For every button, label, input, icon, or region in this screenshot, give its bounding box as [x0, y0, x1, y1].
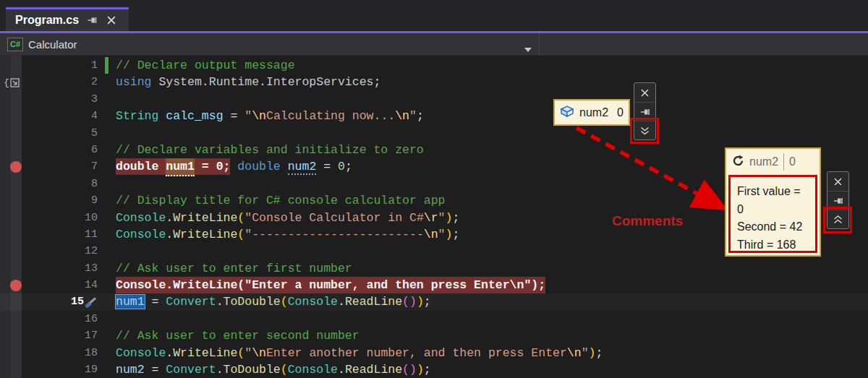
project-dropdown-label[interactable]: Calculator	[28, 38, 77, 51]
datatip-value: 0	[789, 155, 796, 168]
comments-annotation-label: Comments	[612, 213, 683, 229]
change-tracking-margin	[98, 158, 116, 175]
tab-label: Program.cs	[15, 14, 79, 27]
glyph-margin[interactable]	[0, 57, 22, 74]
line-number: 4	[22, 108, 98, 124]
code-line-14[interactable]: 14Console.WriteLine("Enter a number, and…	[0, 277, 868, 293]
code-text[interactable]: num1 = Convert.ToDouble(Console.ReadLine…	[116, 293, 431, 310]
comment-line: Second = 42	[737, 218, 809, 236]
breakpoint-icon[interactable]	[0, 277, 22, 293]
datatip-value: 0	[617, 106, 624, 119]
glyph-margin[interactable]	[0, 125, 22, 142]
code-line-2[interactable]: {2using System.Runtime.InteropServices;	[0, 74, 868, 90]
glyph-margin[interactable]	[0, 192, 22, 209]
glyph-margin[interactable]	[0, 311, 22, 327]
code-text[interactable]: Console.WriteLine("---------------------…	[116, 226, 459, 243]
change-tracking-margin	[98, 142, 116, 158]
change-tracking-margin	[98, 210, 116, 226]
change-tracking-margin	[98, 361, 116, 378]
code-line-4[interactable]: 4String calc_msg = "\nCalculating now...…	[0, 108, 868, 124]
change-tracking-margin	[98, 277, 116, 293]
tab-program-cs[interactable]: Program.cs	[6, 7, 129, 31]
code-text[interactable]: // Display title for C# console calculat…	[116, 192, 445, 209]
code-text[interactable]: double num1 = 0; double num2 = 0;	[116, 158, 352, 175]
change-tracking-margin	[98, 57, 116, 74]
close-icon[interactable]	[634, 83, 655, 102]
change-tracking-margin	[98, 260, 116, 277]
glyph-margin[interactable]	[0, 176, 22, 192]
change-tracking-margin	[98, 192, 116, 209]
annotation-box-collapse	[823, 207, 852, 233]
code-text[interactable]: Console.WriteLine("Console Calculator in…	[116, 210, 459, 226]
line-number: 19	[22, 361, 98, 378]
breakpoint-icon[interactable]	[0, 158, 22, 175]
line-number: 11	[22, 226, 98, 243]
code-text[interactable]: num2 = Convert.ToDouble(Console.ReadLine…	[116, 361, 431, 378]
code-line-16[interactable]: 16	[0, 311, 868, 327]
change-tracking-margin	[98, 74, 116, 90]
edit-pen-icon	[85, 296, 98, 308]
brace-arrow-icon: {	[0, 74, 22, 90]
tab-bar: Program.cs	[0, 0, 868, 31]
glyph-margin[interactable]	[0, 142, 22, 158]
code-line-15[interactable]: 15num1 = Convert.ToDouble(Console.ReadLi…	[0, 293, 868, 310]
refresh-icon[interactable]	[732, 155, 744, 170]
line-number: 8	[22, 176, 98, 192]
glyph-margin[interactable]	[0, 361, 22, 378]
code-line-18[interactable]: 18Console.WriteLine("\nEnter another num…	[0, 345, 868, 361]
glyph-margin[interactable]	[0, 345, 22, 361]
comment-line: Third = 168	[737, 236, 809, 254]
code-line-17[interactable]: 17// Ask user to enter second number	[0, 327, 868, 344]
datatip-num2-with-comment[interactable]: num2 0 First value = 0 Second = 42 Third…	[725, 147, 821, 257]
code-text[interactable]: Console.WriteLine("\nEnter another numbe…	[116, 345, 603, 361]
line-number: 6	[22, 142, 98, 158]
change-tracking-margin	[98, 243, 116, 259]
line-number: 16	[22, 311, 98, 327]
datatip-variable-name: num2	[579, 106, 608, 119]
change-tracking-margin	[98, 125, 116, 142]
glyph-margin[interactable]	[0, 108, 22, 124]
change-tracking-margin	[98, 311, 116, 327]
line-number: 10	[22, 210, 98, 226]
glyph-margin[interactable]	[0, 226, 22, 243]
code-text[interactable]: Console.WriteLine("Enter a number, and t…	[116, 277, 545, 293]
code-text[interactable]: // Declare output message	[116, 57, 295, 74]
close-icon[interactable]	[827, 172, 848, 191]
line-number: 2	[22, 74, 98, 90]
datatip-variable-name: num2	[749, 155, 778, 168]
close-icon[interactable]	[105, 14, 118, 27]
code-text[interactable]: String calc_msg = "\nCalculating now...\…	[116, 108, 424, 124]
line-number: 3	[22, 91, 98, 108]
line-number: 12	[22, 243, 98, 259]
glyph-margin[interactable]	[0, 260, 22, 277]
code-text[interactable]: using System.Runtime.InteropServices;	[116, 74, 380, 90]
datatip-comment-box[interactable]: First value = 0 Second = 42 Third = 168	[728, 175, 817, 253]
datatip-separator	[783, 153, 784, 171]
datatip-num2-pinned[interactable]: num2 0	[553, 99, 630, 126]
code-text[interactable]: // Declare variables and initialize to z…	[116, 142, 424, 158]
pin-icon[interactable]	[85, 14, 98, 27]
change-tracking-bar	[105, 57, 109, 74]
glyph-margin[interactable]	[0, 327, 22, 344]
line-number: 13	[22, 260, 98, 277]
line-number: 14	[22, 277, 98, 293]
code-line-19[interactable]: 19num2 = Convert.ToDouble(Console.ReadLi…	[0, 361, 868, 378]
code-line-13[interactable]: 13// Ask user to enter first number	[0, 260, 868, 277]
change-tracking-margin	[98, 91, 116, 108]
code-line-1[interactable]: 1// Declare output message	[0, 57, 868, 74]
code-line-5[interactable]: 5	[0, 125, 868, 142]
chevron-down-icon[interactable]	[524, 42, 532, 55]
glyph-margin[interactable]	[0, 91, 22, 108]
code-line-3[interactable]: 3	[0, 91, 868, 108]
code-text[interactable]: // Ask user to enter second number	[116, 327, 359, 344]
line-number: 17	[22, 327, 98, 344]
glyph-margin[interactable]	[0, 210, 22, 226]
glyph-margin[interactable]	[0, 243, 22, 259]
line-number: 7	[22, 158, 98, 175]
change-tracking-margin	[98, 327, 116, 344]
code-text[interactable]: // Ask user to enter first number	[116, 260, 352, 277]
vs-editor-window: Program.cs C# Calculator 1// Declare out…	[0, 0, 868, 378]
glyph-margin[interactable]	[0, 293, 22, 310]
csharp-file-icon: C#	[7, 38, 23, 51]
line-number: 9	[22, 192, 98, 209]
